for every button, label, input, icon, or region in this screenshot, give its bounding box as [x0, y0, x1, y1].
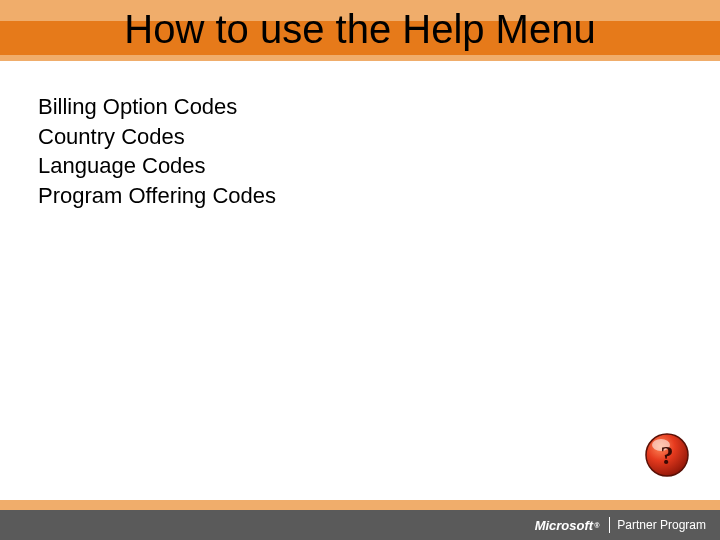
footer-brand: Microsoft® Partner Program	[535, 512, 706, 538]
footer-divider	[609, 517, 610, 533]
title-band: How to use the Help Menu	[0, 0, 720, 78]
list-item: Program Offering Codes	[38, 181, 682, 211]
list-item: Billing Option Codes	[38, 92, 682, 122]
microsoft-logo-text: Microsoft	[535, 518, 594, 533]
footer-band-light	[0, 500, 720, 510]
registered-mark: ®	[594, 522, 599, 529]
slide-title: How to use the Help Menu	[0, 0, 720, 58]
list-item: Language Codes	[38, 151, 682, 181]
body-list: Billing Option Codes Country Codes Langu…	[38, 92, 682, 211]
slide: How to use the Help Menu Billing Option …	[0, 0, 720, 540]
help-icon-glyph: ?	[661, 441, 674, 470]
list-item: Country Codes	[38, 122, 682, 152]
partner-program-text: Partner Program	[617, 518, 706, 532]
help-icon[interactable]: ?	[644, 432, 690, 478]
footer: Microsoft® Partner Program	[0, 500, 720, 540]
